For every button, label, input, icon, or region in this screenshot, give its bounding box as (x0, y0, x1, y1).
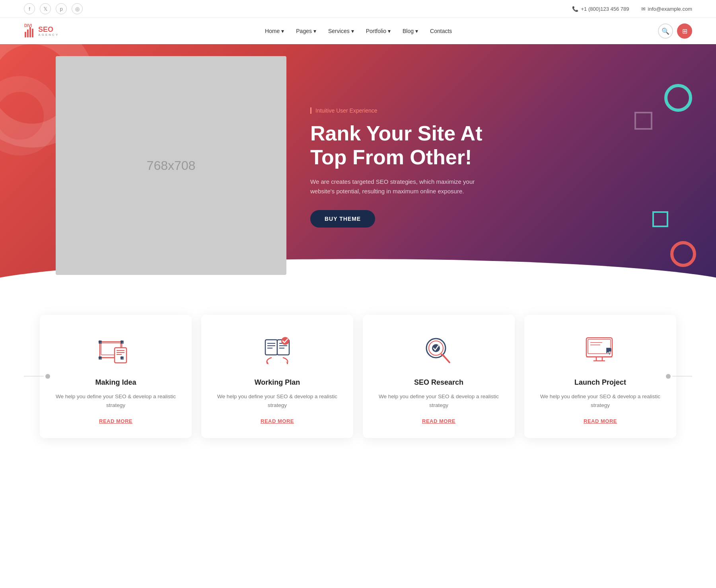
making-idea-icon (98, 333, 134, 368)
services-section: Making Idea We help you define your SEO … (0, 291, 716, 470)
contact-info: 📞 +1 (800)123 456 789 ✉ info@example.com (572, 6, 692, 12)
launch-project-read-more[interactable]: READ MORE (584, 418, 617, 424)
hero-section: 768x708 Intuitive User Experience Rank Y… (0, 44, 716, 291)
working-plan-icon (259, 333, 295, 368)
right-decor (666, 374, 692, 379)
phone-info: 📞 +1 (800)123 456 789 (572, 6, 629, 12)
services-wrapper: Making Idea We help you define your SEO … (40, 315, 676, 438)
making-idea-title: Making Idea (95, 378, 136, 387)
service-card-launch-project: Launch Project We help you define your S… (524, 315, 676, 438)
grid-button[interactable]: ⊞ (677, 23, 692, 39)
nav-links: Home ▾ Pages ▾ Services ▾ Portfolio ▾ Bl… (265, 28, 452, 34)
nav-portfolio[interactable]: Portfolio ▾ (366, 28, 391, 34)
svg-rect-20 (265, 340, 277, 355)
svg-rect-3 (32, 29, 33, 37)
launch-project-desc: We help you define your SEO & develop a … (536, 392, 664, 410)
launch-project-icon (582, 333, 618, 368)
svg-rect-36 (586, 338, 612, 357)
working-plan-title: Working Plan (255, 378, 300, 387)
hero-cta-button[interactable]: BUY THEME (310, 210, 375, 228)
instagram-icon[interactable]: ◎ (72, 3, 83, 14)
seo-research-title: SEO Research (414, 378, 463, 387)
seo-research-desc: We help you define your SEO & develop a … (375, 392, 503, 410)
social-links: f 𝕏 p ◎ (24, 3, 83, 14)
hero-image: 768x708 (56, 56, 286, 275)
working-plan-read-more[interactable]: READ MORE (261, 418, 294, 424)
svg-rect-2 (29, 27, 31, 37)
nav-actions: 🔍 ⊞ (658, 23, 692, 39)
logo-text: SEO (38, 26, 59, 33)
nav-blog[interactable]: Blog ▾ (403, 28, 418, 34)
nav-home[interactable]: Home ▾ (265, 28, 284, 34)
logo[interactable]: DIVI SEO AGENCY (24, 24, 59, 38)
launch-project-title: Launch Project (574, 378, 626, 387)
email-info: ✉ info@example.com (641, 6, 692, 12)
logo-graphic: DIVI (24, 24, 37, 38)
making-idea-read-more[interactable]: READ MORE (99, 418, 132, 424)
search-button[interactable]: 🔍 (658, 23, 673, 39)
phone-number: +1 (800)123 456 789 (581, 6, 629, 12)
service-card-making-idea: Making Idea We help you define your SEO … (40, 315, 192, 438)
making-idea-desc: We help you define your SEO & develop a … (52, 392, 180, 410)
nav-contacts[interactable]: Contacts (430, 28, 452, 34)
hero-description: We are creates targeted SEO strategies, … (310, 177, 477, 196)
left-decor (24, 374, 50, 379)
service-card-seo-research: SEO Research We help you define your SEO… (363, 315, 515, 438)
nav-pages[interactable]: Pages ▾ (296, 28, 316, 34)
seo-research-read-more[interactable]: READ MORE (422, 418, 455, 424)
navbar: DIVI SEO AGENCY Home ▾ Pages ▾ Services … (0, 18, 716, 44)
hero-content: Intuitive User Experience Rank Your Site… (286, 44, 716, 291)
image-placeholder-text: 768x708 (147, 158, 196, 173)
top-bar: f 𝕏 p ◎ 📞 +1 (800)123 456 789 ✉ info@exa… (0, 0, 716, 18)
email-address: info@example.com (648, 6, 692, 12)
svg-text:DIVI: DIVI (24, 23, 32, 28)
logo-agency: AGENCY (38, 33, 59, 37)
pinterest-icon[interactable]: p (56, 3, 67, 14)
nav-services[interactable]: Services ▾ (328, 28, 354, 34)
hero-title: Rank Your Site AtTop From Other! (310, 122, 684, 169)
hero-tagline: Intuitive User Experience (310, 107, 684, 114)
svg-rect-8 (115, 348, 126, 363)
phone-icon: 📞 (572, 6, 578, 12)
seo-research-icon (421, 333, 457, 368)
email-icon: ✉ (641, 6, 646, 12)
svg-rect-1 (27, 29, 29, 37)
svg-rect-0 (25, 32, 26, 37)
twitter-icon[interactable]: 𝕏 (40, 3, 51, 14)
service-card-working-plan: Working Plan We help you define your SEO… (201, 315, 353, 438)
working-plan-desc: We help you define your SEO & develop a … (213, 392, 341, 410)
facebook-icon[interactable]: f (24, 3, 35, 14)
services-grid: Making Idea We help you define your SEO … (40, 315, 676, 438)
